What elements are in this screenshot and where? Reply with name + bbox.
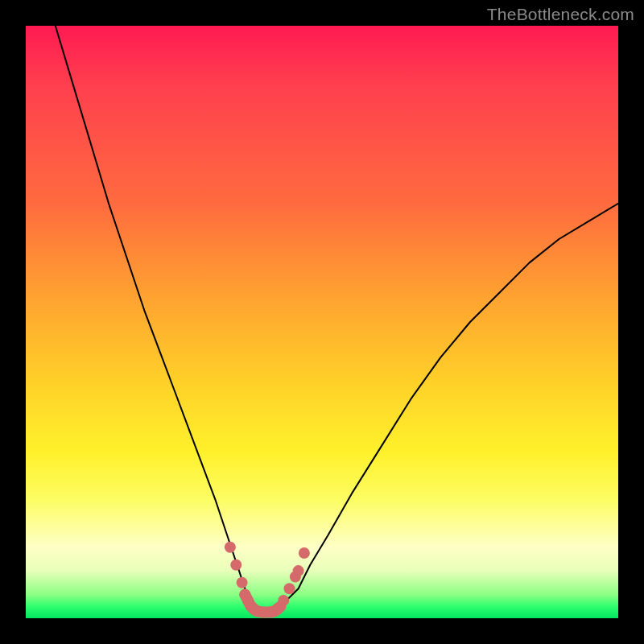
curve-marker bbox=[278, 595, 289, 606]
curve-marker bbox=[225, 542, 236, 553]
watermark-text: TheBottleneck.com bbox=[487, 5, 634, 24]
bottleneck-curve bbox=[56, 26, 618, 613]
curve-marker bbox=[284, 583, 295, 594]
curve-markers bbox=[225, 542, 310, 618]
curve-marker bbox=[230, 559, 242, 571]
curve-marker bbox=[299, 547, 310, 559]
curve-marker bbox=[293, 565, 304, 576]
plot-area bbox=[26, 26, 618, 618]
chart-frame: TheBottleneck.com bbox=[0, 0, 644, 644]
curve-marker bbox=[237, 577, 248, 588]
curve-svg bbox=[26, 26, 618, 618]
